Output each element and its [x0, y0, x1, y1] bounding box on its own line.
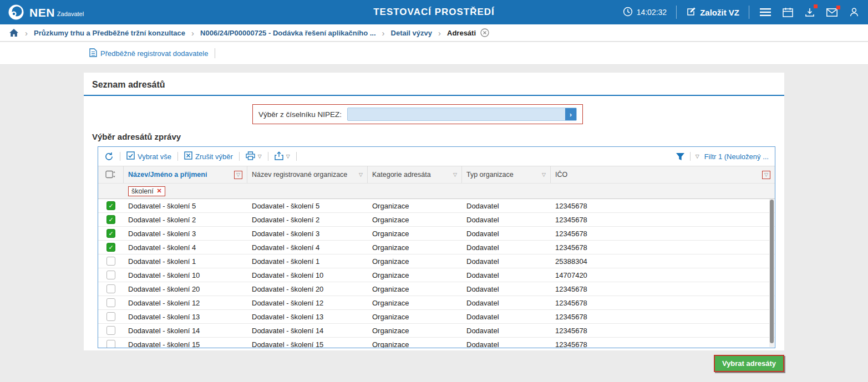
profile-button[interactable]	[848, 6, 860, 18]
menu-button[interactable]	[759, 7, 772, 18]
row-checkbox[interactable]: ✓	[106, 215, 115, 224]
toolbar-divider	[268, 152, 268, 161]
row-checkbox[interactable]	[106, 284, 115, 293]
header-name-label[interactable]: Název/Jméno a příjmení	[128, 171, 207, 179]
table-row[interactable]: Dodavatel - školení 10Dodavatel - školen…	[98, 268, 775, 282]
header-type[interactable]: Typ organizace ▽	[462, 166, 551, 183]
breadcrumb-item-zakazka[interactable]: N006/24/P00000725 - Dodávka řešení aplik…	[200, 29, 376, 37]
filter-button[interactable]	[676, 152, 685, 161]
person-icon	[849, 7, 859, 17]
cell-category: Organizace	[368, 230, 462, 238]
filter-chip[interactable]: školení ✕	[128, 186, 165, 196]
topbar-divider	[676, 6, 677, 19]
column-filter-icon[interactable]: ▽	[453, 172, 457, 177]
header-ico[interactable]: IČO ▽	[551, 166, 775, 183]
refresh-button[interactable]	[104, 152, 114, 161]
chevron-down-icon[interactable]: ▽	[286, 154, 290, 159]
nen-logo-icon[interactable]	[8, 4, 24, 21]
row-checkbox[interactable]	[106, 271, 115, 279]
column-filter-icon[interactable]: ▽	[236, 172, 240, 177]
table-row[interactable]: Dodavatel - školení 1Dodavatel - školení…	[98, 254, 775, 268]
table-scrollbar[interactable]	[769, 199, 774, 347]
row-checkbox[interactable]: ✓	[106, 243, 115, 252]
table-row[interactable]: ✓Dodavatel - školení 3Dodavatel - školen…	[98, 227, 775, 241]
cell-name: Dodavatel - školení 13	[124, 313, 247, 321]
calendar-button[interactable]	[781, 6, 794, 18]
cell-category: Organizace	[368, 299, 462, 307]
home-icon[interactable]	[9, 28, 19, 37]
export-button[interactable]: ▽	[275, 151, 290, 162]
cell-category: Organizace	[368, 271, 462, 279]
downloads-button[interactable]	[804, 6, 816, 18]
create-vz-button[interactable]: Založit VZ	[686, 7, 739, 18]
printer-icon	[246, 151, 255, 162]
export-icon	[275, 151, 283, 162]
row-checkbox[interactable]: ✓	[106, 201, 115, 210]
cell-name: Dodavatel - školení 10	[124, 271, 247, 279]
row-checkbox[interactable]: ✓	[106, 229, 115, 238]
toolbar-divider	[120, 152, 120, 161]
table-filter-row: školení ✕	[98, 184, 775, 199]
header-category-label[interactable]: Kategorie adresáta	[372, 171, 431, 179]
header-selection-column[interactable]	[98, 166, 124, 183]
preregister-supplier-button[interactable]: Předběžně registrovat dodavatele	[89, 48, 208, 59]
table-row[interactable]: ✓Dodavatel - školení 5Dodavatel - školen…	[98, 199, 775, 213]
column-filter-icon[interactable]: ▽	[542, 172, 546, 177]
column-filter-icon[interactable]: ▽	[359, 172, 363, 177]
cell-name: Dodavatel - školení 2	[124, 216, 247, 224]
row-select-cell: ✓	[98, 243, 124, 252]
row-checkbox[interactable]	[106, 298, 115, 307]
scrollbar-thumb[interactable]	[770, 200, 774, 343]
header-ico-label[interactable]: IČO	[555, 171, 567, 179]
cell-type: Dodavatel	[462, 285, 551, 293]
header-name[interactable]: Název/Jméno a příjmení ▽	[124, 166, 247, 183]
notification-badge	[814, 4, 818, 8]
preregister-label: Předběžně registrovat dodavatele	[100, 49, 208, 58]
row-checkbox[interactable]	[106, 340, 115, 348]
topbar-divider	[749, 6, 749, 19]
header-type-label[interactable]: Typ organizace	[466, 171, 514, 179]
cell-type: Dodavatel	[462, 216, 551, 224]
remove-filter-icon[interactable]: ✕	[157, 187, 162, 195]
cell-type: Dodavatel	[462, 202, 551, 210]
clear-selection-button[interactable]: Zrušit výběr	[184, 151, 233, 161]
table-body: ✓Dodavatel - školení 5Dodavatel - školen…	[98, 199, 775, 348]
header-category[interactable]: Kategorie adresáta ▽	[368, 166, 462, 183]
select-recipients-button[interactable]: Vybrat adresáty	[714, 355, 784, 372]
row-select-cell	[98, 257, 124, 266]
select-all-button[interactable]: Vybrat vše	[126, 151, 171, 161]
table-row[interactable]: Dodavatel - školení 20Dodavatel - školen…	[98, 282, 775, 296]
cell-org: Dodavatel - školení 10	[247, 271, 368, 279]
nipez-open-button[interactable]: ›	[565, 108, 576, 120]
header-org-label[interactable]: Název registrované organizace	[252, 171, 347, 179]
refresh-icon	[104, 152, 114, 161]
breadcrumb-item-detail-vyzvy[interactable]: Detail výzvy	[391, 29, 432, 37]
table-row[interactable]: Dodavatel - školení 14Dodavatel - školen…	[98, 324, 775, 338]
close-tab-icon[interactable]	[480, 28, 489, 37]
table-row[interactable]: ✓Dodavatel - školení 2Dodavatel - školen…	[98, 213, 775, 227]
column-chooser-icon	[105, 170, 116, 179]
column-filter-icon[interactable]: ▽	[764, 172, 768, 177]
row-checkbox[interactable]	[106, 326, 115, 335]
chevron-down-icon[interactable]: ▽	[258, 154, 262, 159]
cell-ico: 12345678	[551, 285, 775, 293]
checkbox-cross-icon	[184, 151, 192, 161]
table-row[interactable]: Dodavatel - školení 15Dodavatel - školen…	[98, 338, 775, 348]
print-button[interactable]: ▽	[246, 151, 262, 162]
row-checkbox[interactable]	[106, 312, 115, 321]
row-select-cell	[98, 284, 124, 293]
table-row[interactable]: ✓Dodavatel - školení 4Dodavatel - školen…	[98, 241, 775, 254]
header-org[interactable]: Název registrované organizace ▽	[247, 166, 368, 183]
breadcrumb-item-pruzkumy[interactable]: Průzkumy trhu a Předběžné tržní konzulta…	[34, 29, 185, 37]
table-row[interactable]: Dodavatel - školení 12Dodavatel - školen…	[98, 296, 775, 310]
cell-category: Organizace	[368, 202, 462, 210]
chevron-down-icon[interactable]: ▽	[696, 154, 699, 159]
active-filter-label[interactable]: Filtr 1 (Neuložený ...	[704, 152, 769, 161]
cell-org: Dodavatel - školení 4	[247, 243, 368, 252]
messages-button[interactable]	[825, 7, 839, 18]
cell-org: Dodavatel - školení 15	[247, 340, 368, 349]
table-row[interactable]: Dodavatel - školení 13Dodavatel - školen…	[98, 310, 775, 324]
row-select-cell	[98, 298, 124, 307]
row-checkbox[interactable]	[106, 257, 115, 266]
nipez-input[interactable]: ›	[347, 108, 577, 121]
